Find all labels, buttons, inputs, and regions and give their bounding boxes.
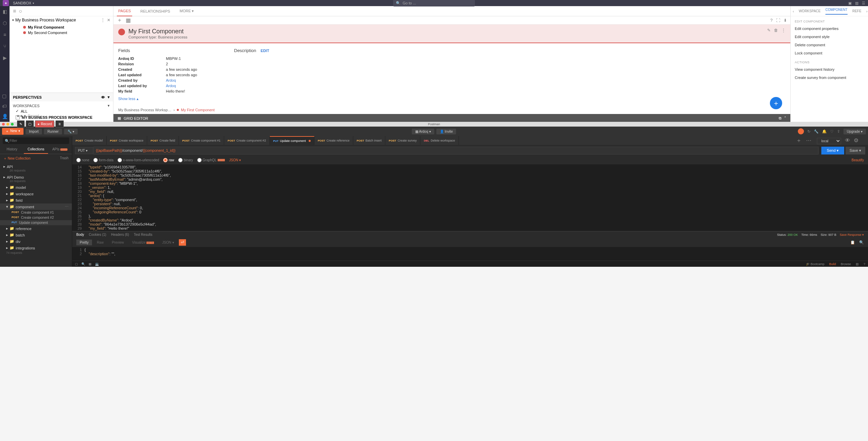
request-tab[interactable]: POSTCreate component #1	[179, 136, 224, 145]
sb-icon[interactable]: 🔍	[81, 262, 85, 266]
bootcamp-link[interactable]: 🎓 Bootcamp	[806, 262, 824, 266]
panel-icon[interactable]: ▣	[848, 1, 852, 5]
trash-icon[interactable]: 🗑	[774, 28, 778, 33]
breadcrumb-root[interactable]: My Business Process Worksp…	[118, 108, 171, 112]
right-panel-item[interactable]: Lock component	[791, 49, 868, 57]
workspace-header[interactable]: ▾ My Business Process Workspace ⋮ ✕	[10, 16, 113, 24]
new-button[interactable]: ＋New▾	[2, 128, 24, 135]
body-type-none[interactable]: none	[76, 158, 89, 162]
resp-tab-headers[interactable]: Headers (6)	[111, 233, 129, 236]
env-gear-icon[interactable]: ⚙	[854, 137, 858, 143]
plus-tab-icon[interactable]: ＋	[117, 17, 122, 24]
request-tab[interactable]: PUTUpdate component	[270, 136, 314, 145]
folder-item[interactable]: ▸📁field	[0, 197, 72, 203]
close-icon[interactable]: ✕	[107, 18, 110, 22]
close-window-icon[interactable]	[2, 123, 5, 126]
request-body-editor[interactable]: 14 "typeId": "p1569841335788",15 "create…	[72, 164, 868, 231]
body-type-urlencoded[interactable]: x-www-form-urlencoded	[118, 158, 159, 162]
grid-editor-bar[interactable]: ▦ GRID EDITOR ⧉ ˄	[113, 114, 790, 122]
body-type-formdata[interactable]: form-data	[93, 158, 113, 162]
body-type-binary[interactable]: binary	[178, 158, 193, 162]
resp-sub-preview[interactable]: Preview	[108, 240, 127, 245]
view-icon[interactable]: ▦	[126, 17, 131, 23]
filter-input[interactable]	[3, 137, 69, 144]
global-search[interactable]: 🔍 Go to ...	[393, 0, 475, 6]
folder-item[interactable]: ▸📁reference	[0, 225, 72, 232]
request-item[interactable]: POSTCreate component #1	[0, 210, 72, 215]
tree-item[interactable]: My Second Component	[10, 30, 113, 35]
folder-item[interactable]: ▸📁div	[0, 238, 72, 245]
resp-tab-tests[interactable]: Test Results	[134, 233, 152, 236]
sb-icon[interactable]: ▢	[75, 262, 78, 266]
beautify-link[interactable]: Beautify	[852, 158, 864, 162]
bell-icon[interactable]: 🔔	[822, 129, 827, 134]
tools-button[interactable]: 🔧 ▾	[64, 129, 78, 134]
browse-link[interactable]: Browse	[841, 262, 851, 266]
right-panel-item[interactable]: Edit component properties	[791, 24, 868, 33]
rec-window-button[interactable]: ▢	[26, 120, 34, 128]
rtab-workspace[interactable]: WORKSPACE	[799, 9, 821, 13]
side-tab-history[interactable]: History	[0, 145, 24, 154]
ws-filter-item[interactable]: ✓ ALL	[13, 108, 110, 114]
sb-icon[interactable]: 💻	[95, 262, 99, 266]
popout-icon[interactable]: ⧉	[779, 116, 781, 120]
folder-item[interactable]: ▾📁component⋯	[0, 203, 72, 210]
right-panel-item[interactable]: View component history	[791, 65, 868, 74]
menu-icon[interactable]: ☰	[862, 1, 865, 5]
tab-relationships[interactable]: RELATIONSHIPS	[139, 6, 171, 16]
tab-more[interactable]: MORE ▾	[178, 6, 195, 16]
send-button[interactable]: Send ▾	[821, 147, 844, 154]
plus-tab-icon[interactable]: ＋	[796, 137, 802, 143]
tab-pages[interactable]: PAGES	[117, 6, 132, 16]
side-tab-apis[interactable]: APIsBETA	[48, 145, 72, 154]
breadcrumb-current[interactable]: My First Component	[181, 108, 215, 112]
copy-icon[interactable]: 📋	[850, 240, 855, 245]
search-response-icon[interactable]: 🔍	[859, 240, 864, 245]
more-icon[interactable]: ⋮	[101, 18, 105, 22]
request-item[interactable]: POSTCreate component #2	[0, 215, 72, 220]
layers-icon[interactable]: ◧	[3, 9, 7, 14]
wrench-icon[interactable]: 🔧	[814, 129, 819, 134]
right-panel-item[interactable]: Edit component style	[791, 33, 868, 41]
runner-button[interactable]: Runner	[44, 129, 62, 134]
resp-tab-cookies[interactable]: Cookies (1)	[89, 233, 106, 236]
more-icon[interactable]: ⋯	[806, 137, 811, 143]
trash-link[interactable]: Trash	[60, 156, 68, 161]
sb-icon[interactable]: ▦	[89, 262, 92, 266]
hex-icon[interactable]: ⬡	[3, 20, 7, 26]
circle-icon[interactable]: ○	[19, 8, 22, 14]
field-value[interactable]: Ardoq	[166, 78, 176, 82]
edit-icon[interactable]: ✎	[767, 28, 771, 33]
right-panel-item[interactable]: Create survey from component	[791, 74, 868, 82]
sync-icon[interactable]: ↻	[807, 129, 810, 134]
box-icon[interactable]: ▢	[2, 93, 8, 99]
url-input[interactable]: {{apiBasePath}}/component/{{component_1_…	[93, 147, 819, 154]
body-type-graphql[interactable]: GraphQL BETA	[197, 158, 225, 162]
build-link[interactable]: Build	[829, 262, 836, 266]
field-value[interactable]: Ardoq	[166, 84, 176, 88]
request-item[interactable]: PUTUpdate component	[0, 220, 72, 225]
request-tab[interactable]: POSTCreate model	[72, 136, 107, 145]
env-eye-icon[interactable]: 👁	[845, 137, 850, 143]
branch-icon[interactable]: ⑂	[3, 44, 6, 49]
side-tab-collections[interactable]: Collections	[24, 145, 48, 154]
more-icon[interactable]: ⋮	[781, 28, 786, 33]
filter-icon[interactable]: ≡	[13, 8, 16, 14]
resp-tab-body[interactable]: Body	[76, 233, 84, 236]
tree-item[interactable]: My First Component	[10, 24, 113, 30]
tag-icon[interactable]: 🏷	[2, 103, 8, 109]
sb-help-icon[interactable]: ?	[864, 262, 865, 266]
collection-header[interactable]: ▸API	[3, 164, 68, 169]
collection-header[interactable]: ▸API Demo	[3, 175, 68, 179]
response-body[interactable]: 1{2 "description": "",	[72, 247, 868, 261]
request-tab[interactable]: DELDelete workspace	[420, 136, 459, 145]
request-tab[interactable]: POSTCreate survey	[385, 136, 420, 145]
heart-icon[interactable]: ♡	[830, 129, 834, 134]
body-format-select[interactable]: JSON ▾	[229, 158, 241, 162]
folder-item[interactable]: ▸📁workspace	[0, 191, 72, 197]
env-select[interactable]: local	[817, 138, 841, 144]
add-fab[interactable]: ＋	[770, 97, 782, 109]
resp-sub-visualize[interactable]: Visualize BETA	[129, 240, 157, 245]
folder-item[interactable]: ▸📁integrations	[0, 245, 72, 251]
forward-icon[interactable]: ›	[866, 9, 868, 13]
